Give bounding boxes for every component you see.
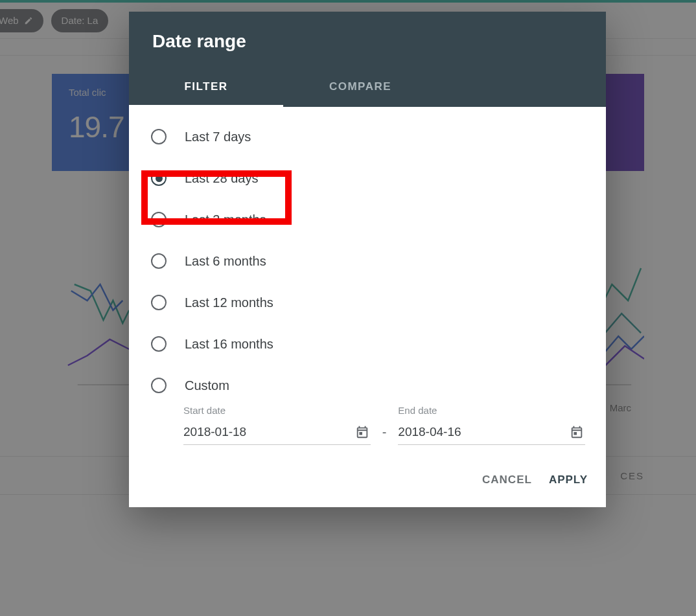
date-range-dialog: Date range FILTER COMPARE Last 7 days La…	[129, 12, 606, 507]
option-label: Last 16 months	[185, 337, 273, 352]
radio-icon	[151, 129, 167, 144]
field-label: End date	[398, 405, 585, 416]
dialog-title: Date range	[129, 12, 606, 63]
end-date-field[interactable]: End date 2018-04-16	[398, 405, 585, 445]
option-last-16-months[interactable]: Last 16 months	[143, 323, 593, 365]
dialog-actions: CANCEL APPLY	[129, 451, 606, 507]
tab-compare[interactable]: COMPARE	[283, 70, 437, 107]
option-label: Last 6 months	[185, 254, 266, 269]
option-last-12-months[interactable]: Last 12 months	[143, 282, 593, 323]
cancel-button[interactable]: CANCEL	[482, 473, 532, 486]
option-custom[interactable]: Custom	[143, 365, 593, 406]
calendar-icon[interactable]	[355, 425, 369, 439]
dialog-header: Date range FILTER COMPARE	[129, 12, 606, 107]
option-label: Last 12 months	[185, 295, 273, 310]
radio-icon	[151, 212, 167, 227]
option-last-3-months[interactable]: Last 3 months	[143, 199, 593, 240]
custom-date-fields: Start date 2018-01-18 - End date 2018-04…	[143, 405, 593, 450]
option-label: Custom	[185, 378, 229, 393]
option-last-28-days[interactable]: Last 28 days	[143, 157, 593, 199]
radio-icon	[151, 378, 167, 393]
date-separator: -	[382, 425, 387, 445]
radio-icon	[151, 253, 167, 269]
dialog-tabs: FILTER COMPARE	[129, 70, 606, 107]
apply-button[interactable]: APPLY	[549, 473, 588, 486]
field-label: Start date	[183, 405, 371, 416]
option-label: Last 3 months	[185, 212, 266, 227]
start-date-value: 2018-01-18	[183, 425, 246, 439]
option-label: Last 7 days	[185, 130, 251, 144]
start-date-field[interactable]: Start date 2018-01-18	[183, 405, 371, 445]
option-last-6-months[interactable]: Last 6 months	[143, 240, 593, 282]
option-label: Last 28 days	[185, 171, 258, 186]
dialog-body: Last 7 days Last 28 days Last 3 months L…	[129, 107, 606, 451]
tab-filter[interactable]: FILTER	[129, 70, 283, 107]
calendar-icon[interactable]	[570, 425, 584, 439]
end-date-value: 2018-04-16	[398, 425, 461, 439]
radio-icon	[151, 295, 167, 310]
radio-icon	[151, 336, 167, 352]
radio-icon	[151, 170, 167, 186]
option-last-7-days[interactable]: Last 7 days	[143, 116, 593, 157]
